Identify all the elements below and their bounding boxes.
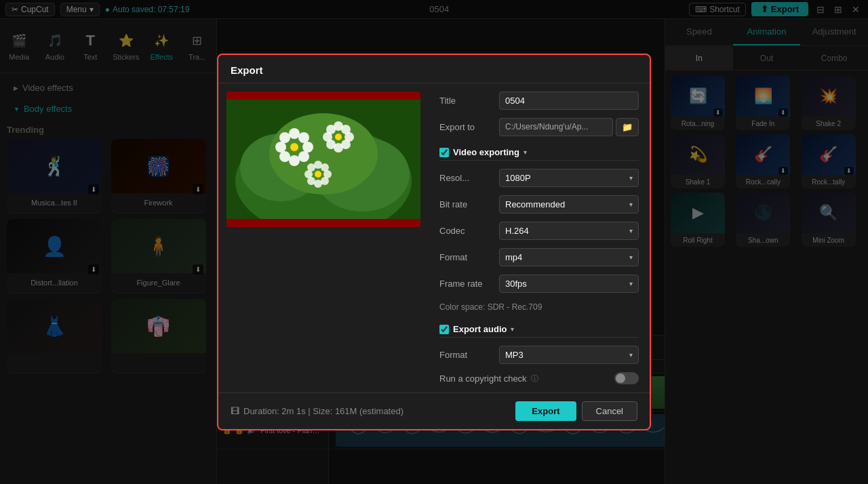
- cancel-button[interactable]: Cancel: [582, 401, 637, 421]
- export-confirm-button[interactable]: Export: [515, 401, 576, 421]
- format-label: Format: [439, 252, 494, 262]
- export-audio-header: Export audio ▾: [439, 321, 639, 338]
- copyright-label-text: Run a copyright check: [439, 374, 527, 384]
- dialog-overlay: Export: [0, 0, 868, 484]
- codec-row: Codec H.264 ▾: [439, 222, 639, 240]
- svg-point-31: [315, 171, 321, 178]
- svg-point-12: [279, 132, 290, 143]
- copyright-row: Run a copyright check ⓘ: [439, 372, 639, 384]
- svg-point-10: [279, 151, 290, 162]
- copyright-toggle[interactable]: [614, 372, 639, 384]
- duration-label: Duration: 2m 1s | Size: 161M (estimated): [243, 406, 403, 416]
- codec-select[interactable]: H.264 ▾: [499, 222, 639, 240]
- export-to-row: Export to C:/Users/Ndung'u/Ap... 📁: [439, 118, 639, 136]
- audio-export-checkbox[interactable]: [439, 325, 449, 334]
- codec-value: H.264: [505, 226, 529, 236]
- color-space-text: Color space: SDR - Rec.709: [439, 301, 639, 313]
- export-dialog: Export: [217, 54, 651, 430]
- film-icon: 🎞: [231, 406, 239, 416]
- bitrate-value: Recommended: [505, 199, 565, 209]
- title-input[interactable]: [499, 92, 639, 110]
- dialog-preview: [218, 83, 429, 392]
- dialog-title: Export: [218, 55, 650, 83]
- svg-point-8: [298, 151, 309, 162]
- resolution-select[interactable]: 1080P ▾: [499, 169, 639, 187]
- framerate-select[interactable]: 30fps ▾: [499, 275, 639, 293]
- audio-export-arrow[interactable]: ▾: [511, 325, 514, 333]
- video-exporting-header: Video exporting ▾: [439, 144, 639, 161]
- folder-button[interactable]: 📁: [616, 118, 639, 136]
- svg-point-13: [290, 143, 298, 151]
- audio-format-arrow-icon: ▾: [629, 351, 633, 359]
- bitrate-label: Bit rate: [439, 199, 494, 209]
- svg-point-21: [326, 125, 336, 134]
- svg-point-6: [298, 132, 309, 143]
- framerate-label: Frame rate: [439, 279, 494, 289]
- copyright-label: Run a copyright check ⓘ: [439, 374, 538, 384]
- audio-format-label: Format: [439, 350, 494, 360]
- audio-format-select[interactable]: MP3 ▾: [499, 346, 639, 364]
- preview-svg: [226, 100, 420, 219]
- video-export-title: Video exporting: [453, 147, 519, 157]
- video-export-checkbox[interactable]: [439, 148, 449, 157]
- svg-point-5: [289, 128, 300, 139]
- codec-arrow-icon: ▾: [629, 227, 633, 235]
- video-export-arrow[interactable]: ▾: [524, 148, 527, 156]
- resolution-value: 1080P: [505, 173, 531, 183]
- format-arrow-icon: ▾: [629, 254, 633, 261]
- audio-export-title: Export audio: [453, 324, 507, 334]
- title-row: Title: [439, 92, 639, 110]
- preview-video: [226, 92, 420, 227]
- codec-label: Codec: [439, 226, 494, 236]
- audio-format-value: MP3: [505, 350, 524, 360]
- format-select[interactable]: mp4 ▾: [499, 248, 639, 266]
- bitrate-select[interactable]: Recommended ▾: [499, 195, 639, 214]
- format-row: Format mp4 ▾: [439, 248, 639, 266]
- preview-top-bar: [226, 92, 420, 100]
- title-label: Title: [439, 96, 494, 106]
- resolution-arrow-icon: ▾: [629, 174, 633, 182]
- framerate-row: Frame rate 30fps ▾: [439, 275, 639, 293]
- svg-point-7: [302, 142, 313, 153]
- dialog-footer: 🎞 Duration: 2m 1s | Size: 161M (estimate…: [218, 392, 650, 429]
- framerate-value: 30fps: [505, 279, 527, 289]
- dialog-body: Title Export to C:/Users/Ndung'u/Ap... 📁…: [218, 83, 650, 392]
- bitrate-row: Bit rate Recommended ▾: [439, 195, 639, 214]
- framerate-arrow-icon: ▾: [629, 280, 633, 287]
- duration-info: 🎞 Duration: 2m 1s | Size: 161M (estimate…: [231, 406, 403, 416]
- resolution-label: Resol...: [439, 173, 494, 183]
- svg-point-11: [275, 142, 286, 153]
- export-path: C:/Users/Ndung'u/Ap...: [499, 118, 613, 136]
- dialog-form: Title Export to C:/Users/Ndung'u/Ap... 📁…: [429, 83, 650, 392]
- copyright-info-icon: ⓘ: [531, 374, 538, 384]
- format-value: mp4: [505, 252, 522, 262]
- resolution-row: Resol... 1080P ▾: [439, 169, 639, 187]
- audio-format-row: Format MP3 ▾: [439, 346, 639, 364]
- export-to-label: Export to: [439, 122, 494, 132]
- footer-buttons: Export Cancel: [515, 401, 637, 421]
- svg-point-9: [289, 155, 300, 166]
- bitrate-arrow-icon: ▾: [629, 201, 633, 208]
- preview-image: [226, 92, 420, 227]
- path-row: C:/Users/Ndung'u/Ap... 📁: [499, 118, 639, 136]
- svg-point-30: [307, 163, 315, 172]
- toggle-knob: [616, 374, 625, 383]
- preview-bottom-bar: [226, 219, 420, 227]
- svg-point-22: [335, 134, 342, 140]
